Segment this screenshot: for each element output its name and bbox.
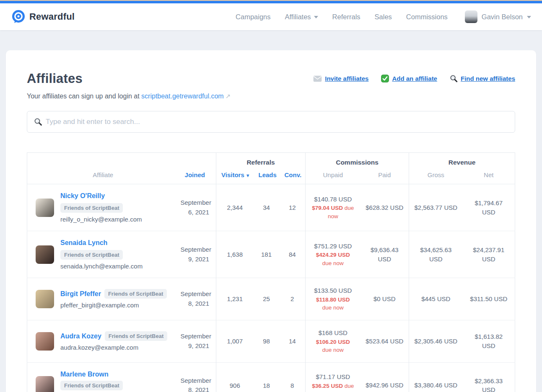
conv-cell: 12	[280, 184, 306, 231]
user-name: Gavin Belson	[482, 13, 523, 21]
conv-cell: 14	[280, 320, 306, 362]
column-header-conv[interactable]: Conv.	[280, 168, 306, 184]
conv-cell: 2	[280, 278, 306, 320]
visitors-cell: 1,007	[216, 320, 254, 362]
column-header-net: Net	[463, 168, 515, 184]
leads-cell: 181	[254, 231, 280, 278]
avatar	[36, 332, 54, 351]
user-menu[interactable]: Gavin Belson	[465, 10, 531, 23]
chevron-down-icon	[314, 16, 318, 18]
magnifier-icon	[450, 75, 458, 83]
affiliate-name-link[interactable]: Senaida Lynch	[60, 239, 107, 247]
avatar	[36, 199, 54, 217]
invite-affiliates-button[interactable]: Invite affiliates	[313, 75, 368, 82]
unpaid-total: $140.78 USD	[311, 195, 355, 204]
chevron-down-icon	[527, 16, 531, 18]
affiliate-email: senaida.lynch@example.com	[60, 263, 171, 270]
search-input[interactable]	[46, 118, 508, 126]
column-header-leads[interactable]: Leads	[254, 168, 280, 184]
unpaid-cell: $133.50 USD $118.80 USD due now	[306, 278, 360, 320]
affiliate-email: reilly_o_nicky@example.com	[60, 216, 171, 223]
affiliate-table-row: Nicky O'Reilly Friends of ScriptBeat rei…	[27, 184, 515, 231]
add-affiliate-button[interactable]: Add an affiliate	[381, 75, 437, 83]
user-avatar	[465, 10, 477, 23]
leads-cell: 34	[254, 184, 280, 231]
affiliate-name-link[interactable]: Nicky O'Reilly	[60, 192, 105, 200]
gross-cell: $3,380.46 USD	[409, 362, 463, 392]
external-link-icon: ↗	[226, 93, 231, 100]
paid-cell: $942.96 USD	[360, 362, 409, 392]
affiliate-email: audra.kozey@example.com	[60, 344, 167, 351]
affiliates-table: Referrals Commissions Revenue Affiliate …	[27, 152, 515, 392]
column-header-gross: Gross	[409, 168, 463, 184]
unpaid-total: $133.50 USD	[311, 286, 355, 295]
net-cell: $24,237.91 USD	[463, 231, 515, 278]
avatar	[36, 290, 54, 308]
column-header-visitors[interactable]: Visitors▼	[216, 168, 254, 184]
affiliate-email: pfeffer_birgit@example.com	[60, 302, 167, 309]
page-title: Affiliates	[27, 71, 83, 86]
visitors-cell: 1,638	[216, 231, 254, 278]
paid-cell: $523.64 USD	[360, 320, 409, 362]
net-cell: $2,366.33 USD	[463, 362, 515, 392]
joined-cell: September 8, 2021	[176, 278, 216, 320]
unpaid-cell: $140.78 USD $79.04 USD due now	[306, 184, 360, 231]
column-header-unpaid: Unpaid	[306, 168, 360, 184]
gross-cell: $2,305.46 USD	[409, 320, 463, 362]
visitors-cell: 2,344	[216, 184, 254, 231]
search-icon	[34, 118, 42, 126]
avatar	[36, 245, 54, 264]
top-accent-bar	[0, 0, 542, 3]
unpaid-total: $168 USD	[311, 328, 355, 338]
affiliate-cell: Nicky O'Reilly Friends of ScriptBeat rei…	[27, 184, 176, 231]
nav-item-commissions[interactable]: Commissions	[406, 13, 448, 21]
due-now-line: $118.80 USD due now	[311, 296, 355, 312]
table-group-header-row: Referrals Commissions Revenue	[27, 153, 515, 168]
affiliate-campaign-badge: Friends of ScriptBeat	[60, 381, 123, 390]
net-cell: $311.50 USD	[463, 278, 515, 320]
affiliate-name-link[interactable]: Birgit Pfeffer	[60, 290, 101, 298]
rewardful-logo[interactable]: Rewardful	[11, 9, 75, 24]
brand-name: Rewardful	[29, 11, 75, 22]
signup-portal-link[interactable]: scriptbeat.getrewardful.com	[141, 93, 224, 100]
affiliates-table-wrap: Referrals Commissions Revenue Affiliate …	[27, 152, 515, 392]
gross-cell: $445 USD	[409, 278, 463, 320]
affiliate-name-link[interactable]: Marlene Brown	[60, 371, 109, 378]
unpaid-total: $71.17 USD	[311, 372, 355, 382]
affiliate-cell: Birgit Pfeffer Friends of ScriptBeat pfe…	[27, 278, 176, 320]
check-icon	[381, 75, 389, 83]
gross-cell: $34,625.63 USD	[409, 231, 463, 278]
affiliate-table-row: Marlene Brown Friends of ScriptBeat marl…	[27, 362, 515, 392]
find-new-affiliates-button[interactable]: Find new affiliates	[450, 75, 515, 83]
rewardful-logo-icon	[11, 9, 26, 24]
joined-cell: September 9, 2021	[176, 320, 216, 362]
nav-item-campaigns[interactable]: Campaigns	[236, 13, 270, 21]
envelope-icon	[313, 75, 322, 82]
affiliate-name-link[interactable]: Audra Kozey	[60, 333, 101, 340]
affiliates-table-body: Nicky O'Reilly Friends of ScriptBeat rei…	[27, 184, 515, 392]
paid-cell: $9,636.43 USD	[360, 231, 409, 278]
nav-item-sales[interactable]: Sales	[375, 13, 392, 21]
affiliate-cell: Senaida Lynch Friends of ScriptBeat sena…	[27, 231, 176, 278]
due-now-line: $36.25 USD due now	[311, 382, 355, 392]
joined-cell: September 8, 2021	[176, 362, 216, 392]
table-column-header-row: Affiliate Joined Visitors▼ Leads Conv. U…	[27, 168, 515, 184]
unpaid-cell: $71.17 USD $36.25 USD due now	[306, 362, 360, 392]
group-header-commissions: Commissions	[306, 153, 409, 168]
nav-item-referrals[interactable]: Referrals	[332, 13, 360, 21]
column-header-joined[interactable]: Joined	[176, 168, 216, 184]
leads-cell: 18	[254, 362, 280, 392]
paid-cell: $628.32 USD	[360, 184, 409, 231]
gross-cell: $2,563.77 USD	[409, 184, 463, 231]
sort-desc-icon: ▼	[246, 173, 250, 178]
nav-item-affiliates[interactable]: Affiliates	[285, 13, 318, 21]
due-now-line: $79.04 USD due now	[311, 204, 355, 220]
due-now-line: $106.20 USD due now	[311, 338, 355, 354]
affiliate-campaign-badge: Friends of ScriptBeat	[105, 331, 167, 341]
conv-cell: 8	[280, 362, 306, 392]
leads-cell: 25	[254, 278, 280, 320]
page-subtitle: Your affiliates can sign up and login at…	[27, 93, 515, 100]
header-actions: Invite affiliates Add an affiliate	[313, 75, 515, 83]
affiliate-cell: Audra Kozey Friends of ScriptBeat audra.…	[27, 320, 176, 362]
affiliate-table-row: Senaida Lynch Friends of ScriptBeat sena…	[27, 231, 515, 278]
